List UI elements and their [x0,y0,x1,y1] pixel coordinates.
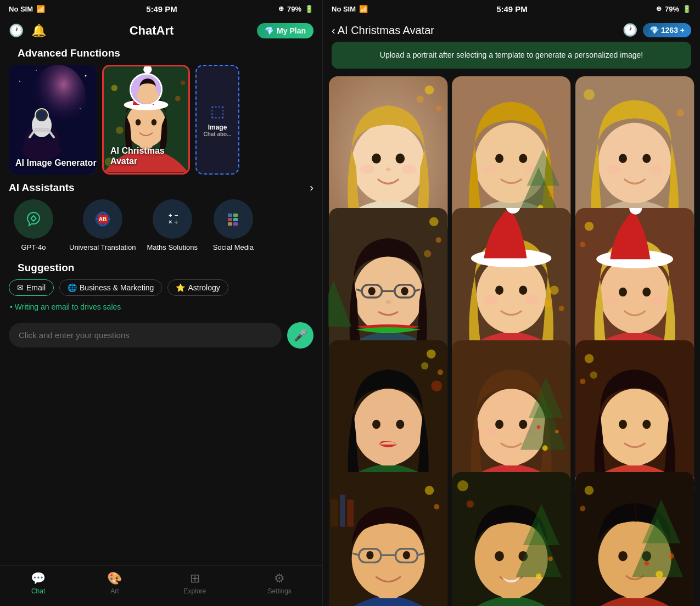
svg-rect-155 [340,495,345,526]
bell-icon[interactable]: 🔔 [31,24,46,38]
back-button[interactable]: ‹ AI Christmas Avatar [332,24,434,37]
svg-point-136 [600,389,669,465]
status-bar-left: No SIM 📶 5:49 PM ⊕ 79% 🔋 [0,0,322,18]
my-plan-button[interactable]: 💎 My Plan [257,23,313,38]
svg-point-103 [544,300,551,307]
svg-point-101 [550,286,559,295]
right-panel: No SIM 📶 5:49 PM ⊕ 79% 🔋 ‹ AI Christmas … [323,0,700,606]
svg-rect-47 [233,222,238,226]
assistants-header: AI Assistants › [9,181,313,194]
bottom-nav: 💬 Chat 🎨 Art ⊞ Explore ⚙ Settings [0,565,322,606]
mic-button[interactable]: 🎤 [287,322,313,349]
ai-image-label: AI Image Generator [15,158,97,168]
svg-point-102 [559,306,564,311]
nav-settings[interactable]: ⚙ Settings [268,571,292,595]
nav-explore[interactable]: ⊞ Explore [184,571,206,595]
grid-item-10[interactable] [328,472,448,606]
history-icon[interactable]: 🕐 [623,23,637,37]
nav-art[interactable]: 🎨 Art [107,571,122,595]
assistant-translation[interactable]: AB Universal Translation [69,199,136,252]
diamond-badge[interactable]: 💎 1263 + [643,23,691,37]
image-chat-card[interactable]: ⬚ Image Chat abo... [195,65,239,175]
svg-rect-154 [331,500,338,527]
my-plan-label: My Plan [277,26,306,35]
svg-point-97 [495,286,503,295]
svg-point-171 [656,570,663,577]
svg-point-141 [590,371,597,378]
assistant-social[interactable]: Social Media [209,199,258,252]
svg-point-14 [111,85,117,91]
battery-icon: 🔋 [305,5,313,13]
wifi-icon: 📶 [36,5,45,13]
explore-nav-icon: ⊞ [190,571,200,586]
assistant-maths[interactable]: + − × ÷ Maths Solutions [147,199,198,252]
chip-email[interactable]: ✉ Email [9,279,54,296]
image-chat-icon: ⬚ [210,102,225,120]
svg-point-36 [163,209,182,229]
svg-point-3 [85,75,87,77]
svg-point-121 [438,369,443,375]
svg-point-153 [434,504,439,509]
chip-business-label: Business & Marketing [80,283,154,292]
translation-icon-circle: AB [83,199,122,239]
status-right-left: ⊕ 79% 🔋 [278,5,313,13]
signal-text-right: No SIM [332,5,356,13]
business-icon: 🌐 [68,283,77,292]
status-left: No SIM 📶 [9,5,45,13]
clock-icon[interactable]: 🕐 [9,24,24,38]
svg-point-175 [580,506,585,511]
translation-label: Universal Translation [69,243,136,252]
svg-point-172 [668,553,674,559]
ai-image-card[interactable]: AI Image Generator [9,65,97,175]
gpt-icon-circle [14,199,53,239]
art-nav-label: Art [110,587,119,595]
svg-point-76 [584,89,595,100]
art-nav-icon: 🎨 [107,571,122,586]
svg-text:−: − [175,212,178,218]
social-icon-circle [214,199,253,239]
svg-text:AB: AB [98,216,106,222]
svg-point-15 [175,96,181,102]
grid-item-12[interactable] [575,472,695,606]
right-header: ‹ AI Christmas Avatar 🕐 💎 1263 + [323,18,700,42]
instruction-bubble: Upload a portrait after selecting a temp… [332,42,691,69]
query-input[interactable] [9,323,282,347]
status-time-left: 5:49 PM [146,4,177,14]
svg-point-51 [352,123,425,203]
ai-christmas-card[interactable]: AI Christmas Avatar [102,65,190,175]
status-left-right: No SIM 📶 [332,5,368,13]
chip-astrology[interactable]: ⭐ Astrology [167,279,228,296]
chip-business[interactable]: 🌐 Business & Marketing [59,279,162,296]
signal-text: No SIM [9,5,33,13]
svg-point-89 [429,217,439,227]
svg-point-53 [395,154,405,164]
svg-point-2 [19,81,20,82]
battery-text: 79% [287,5,301,13]
maths-label: Maths Solutions [147,243,198,252]
svg-point-117 [354,389,423,465]
svg-point-73 [642,154,651,163]
svg-point-150 [366,551,373,559]
svg-rect-45 [233,218,238,221]
svg-point-56 [402,165,417,174]
feature-cards-row: AI Image Generator [9,65,313,175]
svg-point-17 [181,81,186,85]
advanced-functions-section: Advanced Functions [0,43,322,181]
svg-point-64 [519,154,528,163]
svg-point-88 [385,300,391,304]
location-icon-right: ⊕ [656,5,662,13]
header-icons: 🕐 🔔 [9,24,46,38]
svg-point-109 [619,288,627,297]
svg-point-58 [436,105,441,111]
svg-point-128 [519,419,528,429]
assistant-gpt4o[interactable]: GPT-4o [9,199,58,252]
svg-point-72 [619,154,627,163]
nav-chat[interactable]: 💬 Chat [31,571,46,595]
chevron-right-icon[interactable]: › [310,181,313,194]
svg-point-91 [424,250,431,257]
grid-item-11[interactable] [451,472,571,606]
svg-point-90 [436,237,441,243]
svg-rect-42 [228,214,232,217]
battery-icon-right: 🔋 [682,5,691,13]
svg-point-68 [549,193,553,197]
